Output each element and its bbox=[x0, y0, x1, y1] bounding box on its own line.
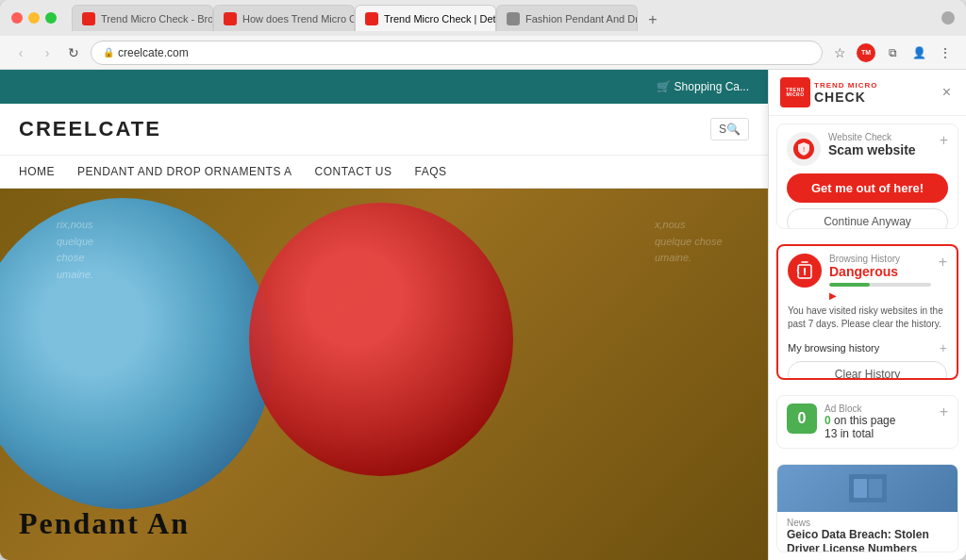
tab-favicon-1 bbox=[82, 12, 95, 25]
tab-favicon-3 bbox=[365, 12, 378, 25]
site-logo: CREELCATE bbox=[19, 117, 161, 141]
extension-icon[interactable]: ⧉ bbox=[883, 43, 902, 62]
get-me-out-button[interactable]: Get me out of here! bbox=[787, 173, 948, 203]
ad-block-total: 13 in total bbox=[824, 427, 932, 440]
svg-point-2 bbox=[804, 273, 806, 275]
right-text-overlay: x,nousquelque choseumaine. bbox=[655, 217, 768, 267]
tmc-panel: TREND MICRO TREND MICRO CHECK × bbox=[768, 70, 966, 560]
news-content: News Geico Data Breach: Stolen Driver Li… bbox=[777, 512, 958, 552]
browsing-history-icon bbox=[788, 254, 822, 288]
browsing-history-title: Dangerous bbox=[829, 264, 931, 279]
forward-button[interactable]: › bbox=[38, 43, 57, 62]
website-content: 🛒 Shopping Ca... CREELCATE S🔍 HOME PENDA… bbox=[0, 70, 768, 560]
tab-favicon-4 bbox=[507, 12, 520, 25]
title-bar: Trend Micro Check - Browser... × How doe… bbox=[0, 0, 966, 36]
tmc-close-button[interactable]: × bbox=[939, 80, 955, 105]
nav-contact[interactable]: CONTACT US bbox=[315, 156, 392, 188]
ad-total-label: in total bbox=[841, 427, 874, 440]
ad-on-page-label: on this page bbox=[834, 414, 895, 427]
ornament-text-overlay: rix,nousquelquechoseumaine. bbox=[57, 217, 245, 283]
hero-text: Pendant An bbox=[19, 506, 190, 541]
tabs-bar: Trend Micro Check - Browser... × How doe… bbox=[72, 5, 934, 31]
back-button[interactable]: ‹ bbox=[11, 43, 30, 62]
tmc-logo-wordmark: TREND MICRO CHECK bbox=[814, 81, 877, 105]
browsing-history-expand-2[interactable]: + bbox=[940, 340, 947, 355]
news-category: News bbox=[787, 518, 948, 528]
danger-progress-bar bbox=[829, 283, 931, 287]
ad-count-total: 13 bbox=[824, 427, 837, 440]
nav-faqs[interactable]: FAQS bbox=[415, 156, 447, 188]
new-tab-button[interactable]: + bbox=[641, 8, 664, 31]
shopping-cart[interactable]: 🛒 Shopping Ca... bbox=[657, 80, 749, 93]
nav-pendant[interactable]: PENDANT AND DROP ORNAMENTS A bbox=[77, 156, 292, 188]
site-search[interactable]: S🔍 bbox=[710, 118, 749, 140]
menu-icon[interactable]: ⋮ bbox=[936, 43, 955, 62]
browser-window: Trend Micro Check - Browser... × How doe… bbox=[0, 0, 966, 560]
website-check-title: Scam website bbox=[828, 142, 932, 157]
tab-label-2: How does Trend Micro Check... bbox=[242, 13, 355, 25]
svg-rect-4 bbox=[854, 479, 867, 498]
ad-count-on-page: 0 bbox=[824, 414, 831, 427]
my-browsing-history-link[interactable]: My browsing history bbox=[788, 342, 879, 354]
ad-block-card: 0 Ad Block 0 on this page 13 in total + bbox=[776, 395, 958, 449]
website-check-card: ! Website Check Scam website + Get me ou… bbox=[776, 124, 958, 229]
website-check-content: Website Check Scam website bbox=[828, 132, 932, 157]
browsing-history-row: My browsing history + bbox=[778, 337, 957, 357]
website-check-expand[interactable]: + bbox=[940, 132, 948, 149]
browsing-history-header: Browsing History Dangerous ▶ + bbox=[778, 246, 957, 305]
svg-rect-5 bbox=[869, 479, 882, 498]
hero-area: rix,nousquelquechoseumaine. x,nousquelqu… bbox=[0, 189, 768, 560]
tab-label-4: Fashion Pendant And Drop Or... bbox=[525, 13, 638, 25]
ad-block-content: Ad Block 0 on this page 13 in total bbox=[824, 404, 932, 440]
site-header-top: 🛒 Shopping Ca... bbox=[0, 70, 768, 104]
danger-arrow-icon: ▶ bbox=[829, 290, 931, 301]
tmc-micro-text: MICRO bbox=[786, 92, 804, 98]
tab-label-1: Trend Micro Check - Browser... bbox=[101, 13, 213, 25]
minimize-button[interactable] bbox=[28, 12, 40, 24]
address-text: creelcate.com bbox=[118, 46, 189, 59]
close-button[interactable] bbox=[11, 12, 23, 24]
address-bar: ‹ › ↻ 🔒 creelcate.com ☆ TM ⧉ 👤 ⋮ bbox=[0, 36, 966, 70]
clear-history-button[interactable]: Clear History bbox=[788, 361, 947, 379]
traffic-lights bbox=[11, 12, 57, 24]
browser-tab-3[interactable]: Trend Micro Check | Detect Sc... × bbox=[355, 5, 496, 31]
browsing-history-description: You have visited risky websites in the p… bbox=[778, 305, 957, 337]
ad-count-badge: 0 bbox=[787, 404, 817, 434]
tmc-trend-label: TREND MICRO bbox=[814, 81, 877, 90]
news-thumbnail bbox=[777, 465, 958, 512]
tmc-check-label: CHECK bbox=[814, 90, 877, 105]
site-nav: HOME PENDANT AND DROP ORNAMENTS A CONTAC… bbox=[0, 156, 768, 189]
reload-button[interactable]: ↻ bbox=[64, 43, 83, 62]
news-title: Geico Data Breach: Stolen Driver License… bbox=[787, 528, 948, 552]
tmc-logo-icon: TREND MICRO bbox=[780, 77, 810, 107]
browsing-history-category: Browsing History bbox=[829, 254, 931, 264]
trend-micro-toolbar-icon[interactable]: TM bbox=[857, 43, 875, 62]
browser-tab-2[interactable]: How does Trend Micro Check... × bbox=[213, 5, 355, 31]
site-header: CREELCATE S🔍 bbox=[0, 104, 768, 156]
red-ornament bbox=[249, 203, 513, 476]
website-check-category: Website Check bbox=[828, 132, 932, 142]
website-check-icon: ! bbox=[787, 132, 821, 166]
content-area: 🛒 Shopping Ca... CREELCATE S🔍 HOME PENDA… bbox=[0, 70, 966, 560]
nav-home[interactable]: HOME bbox=[19, 156, 55, 188]
browser-tab-4[interactable]: Fashion Pendant And Drop Or... × bbox=[496, 5, 638, 31]
browsing-history-card: Browsing History Dangerous ▶ + You have … bbox=[776, 244, 958, 379]
maximize-button[interactable] bbox=[45, 12, 57, 24]
continue-anyway-button[interactable]: Continue Anyway bbox=[787, 208, 948, 229]
profile-icon[interactable]: 👤 bbox=[909, 43, 928, 62]
window-more-button[interactable] bbox=[941, 11, 955, 25]
tmc-logo: TREND MICRO TREND MICRO CHECK bbox=[780, 77, 939, 107]
bookmark-icon[interactable]: ☆ bbox=[830, 43, 849, 62]
news-card[interactable]: News Geico Data Breach: Stolen Driver Li… bbox=[776, 464, 958, 552]
browsing-history-expand[interactable]: + bbox=[939, 254, 947, 271]
tab-label-3: Trend Micro Check | Detect Sc... bbox=[384, 13, 496, 25]
toolbar-icons: ☆ TM ⧉ 👤 ⋮ bbox=[830, 43, 955, 62]
address-input[interactable]: 🔒 creelcate.com bbox=[91, 41, 823, 65]
danger-progress-fill bbox=[829, 283, 870, 287]
tab-favicon-2 bbox=[224, 12, 237, 25]
browsing-history-content: Browsing History Dangerous ▶ bbox=[829, 254, 931, 301]
browser-tab-1[interactable]: Trend Micro Check - Browser... × bbox=[72, 5, 213, 31]
ad-block-on-page: 0 on this page bbox=[824, 414, 932, 427]
tmc-panel-header: TREND MICRO TREND MICRO CHECK × bbox=[769, 70, 966, 116]
ad-block-expand[interactable]: + bbox=[940, 404, 948, 420]
